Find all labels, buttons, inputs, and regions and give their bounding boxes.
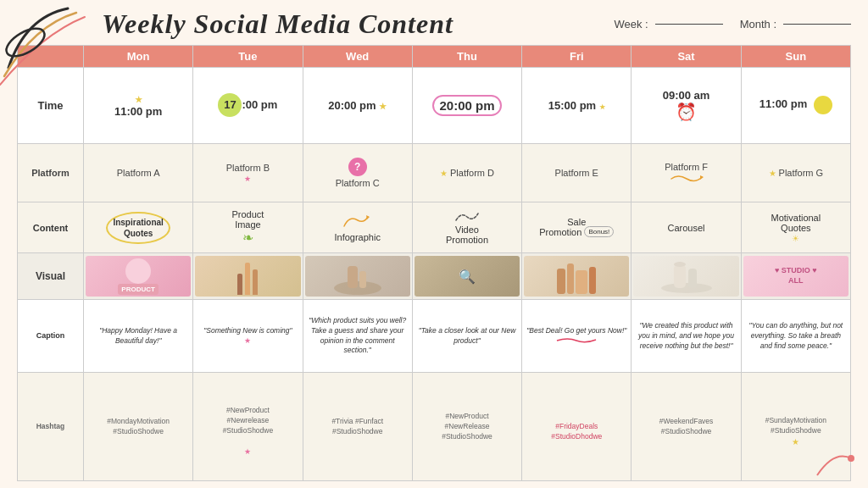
content-mon: InspirationalQuotes <box>84 202 193 253</box>
time-label: Time <box>18 68 84 144</box>
hashtag-fri: #FridayDeals #StudioDhodwe <box>522 373 632 481</box>
week-label: Week : <box>614 18 722 30</box>
platform-label: Platform <box>18 143 84 202</box>
visual-row: Visual PRODUCT <box>18 253 851 300</box>
visual-tue <box>193 253 303 300</box>
time-thu: 20:00 pm <box>412 68 521 144</box>
page-title: Weekly Social Media Content <box>102 8 453 40</box>
week-month-area: Week : Month : <box>614 18 851 30</box>
caption-sun: "You can do anything, but not everything… <box>741 300 850 373</box>
visual-sun-image: ♥ STUDIO ♥ALL <box>743 256 849 297</box>
caption-sat: "We created this product with you in min… <box>632 300 741 373</box>
time-row: Time ★ 11:00 pm 17:00 pm 20:00 pm ★ 20:0… <box>18 68 851 144</box>
caption-fri: "Best Deal! Go get yours Now!" <box>522 300 632 373</box>
visual-thu: 🔍 <box>412 253 521 300</box>
hashtag-tue: #NewProduct #Newrelease #StudioShodwe ★ <box>193 373 303 481</box>
hashtag-wed: #Trivia #Funfact #StudioShodwe <box>303 373 412 481</box>
caption-row: Caption "Happy Monday! Have a Beautiful … <box>18 300 851 373</box>
caption-tue: "Something New is coming" ★ <box>193 300 303 373</box>
content-tue: Product Image ❧ <box>193 202 303 253</box>
header-thu: Thu <box>412 46 521 68</box>
time-mon: ★ 11:00 pm <box>84 68 193 144</box>
underline-decoration <box>555 336 598 343</box>
content-fri: Sale Promotion Bonus! <box>522 202 632 253</box>
platform-tue: Platform B ★ <box>193 143 303 202</box>
header-fri: Fri <box>522 46 632 68</box>
arrow-swirl <box>342 214 372 230</box>
video-decoration <box>454 210 480 223</box>
inspirational-quotes-badge: InspirationalQuotes <box>106 212 170 244</box>
visual-wed <box>303 253 412 300</box>
header-empty <box>18 46 84 68</box>
platform-wed: ? Platform C <box>303 143 412 202</box>
caption-mon: "Happy Monday! Have a Beautiful day!" <box>84 300 193 373</box>
bonus-badge: Bonus! <box>584 226 614 237</box>
header-sun: Sun <box>741 46 850 68</box>
caption-wed: "Which product suits you well? Take a gu… <box>303 300 412 373</box>
time-tue: 17:00 pm <box>193 68 303 144</box>
arrow-decoration <box>670 172 704 182</box>
svg-point-7 <box>661 283 712 293</box>
content-wed: Infographic <box>303 202 412 253</box>
visual-mon-image: PRODUCT <box>86 256 191 297</box>
svg-rect-9 <box>688 269 697 288</box>
svg-marker-2 <box>700 175 704 180</box>
content-table: Mon Tue Wed Thu Fri Sat Sun Time ★ 11:00… <box>17 45 851 481</box>
header-tue: Tue <box>193 46 303 68</box>
header-row: Mon Tue Wed Thu Fri Sat Sun <box>18 46 851 68</box>
caption-label: Caption <box>18 300 84 373</box>
time-wed: 20:00 pm ★ <box>303 68 412 144</box>
platform-sun: ★ Platform G <box>741 143 850 202</box>
visual-fri-image <box>524 256 629 297</box>
header-area: Weekly Social Media Content Week : Month… <box>17 8 851 40</box>
visual-tue-image <box>195 256 300 297</box>
time-sat: 09:00 am ⏰ <box>632 68 741 144</box>
content-row: Content InspirationalQuotes Product Imag… <box>18 202 851 253</box>
visual-wed-image <box>305 256 410 297</box>
hashtag-mon: #MondayMotivation #StudioShodwe <box>84 373 193 481</box>
content-label: Content <box>18 202 84 253</box>
alarm-icon: ⏰ <box>676 103 697 121</box>
platform-thu: ★ Platform D <box>412 143 521 202</box>
hashtag-sat: #WeekendFaves #StudioShodwe <box>632 373 741 481</box>
thu-time-highlight: 20:00 pm <box>432 95 501 116</box>
svg-rect-8 <box>674 264 686 288</box>
svg-point-10 <box>674 262 686 267</box>
hashtag-row: Hashtag #MondayMotivation #StudioShodwe … <box>18 373 851 481</box>
header-wed: Wed <box>303 46 412 68</box>
visual-sun: ♥ STUDIO ♥ALL <box>741 253 850 300</box>
visual-mon: PRODUCT <box>84 253 193 300</box>
magnify-icon: 🔍 <box>459 269 476 285</box>
hashtag-label: Hashtag <box>18 373 84 481</box>
caption-thu: "Take a closer look at our New product" <box>412 300 521 373</box>
hashtag-thu: #NewProduct #NewRelease #StudioShodwe <box>412 373 521 481</box>
content-thu: Video Promotion <box>412 202 521 253</box>
time-fri: 15:00 pm ★ <box>522 68 632 144</box>
page-container: Weekly Social Media Content Week : Month… <box>0 0 868 488</box>
hashtag-sun: #SundayMotivation #StudioShodwe ★ <box>741 373 850 481</box>
month-label: Month : <box>740 18 851 30</box>
header-mon: Mon <box>84 46 193 68</box>
sun-yellow-dot <box>814 96 832 114</box>
platform-sat: Platform F <box>632 143 741 202</box>
visual-fri <box>522 253 632 300</box>
swirl-decoration: ❧ <box>242 230 253 245</box>
visual-sat-image <box>633 256 738 297</box>
platform-mon: Platform A <box>84 143 193 202</box>
platform-row: Platform Platform A Platform B ★ ? Platf… <box>18 143 851 202</box>
content-sun: Motivational Quotes ☀ <box>741 202 850 253</box>
visual-sat <box>632 253 741 300</box>
visual-thu-image: 🔍 <box>415 256 520 297</box>
visual-label: Visual <box>18 253 84 300</box>
content-sat: Carousel <box>632 202 741 253</box>
question-icon: ? <box>348 158 367 176</box>
svg-rect-5 <box>348 266 358 288</box>
header-sat: Sat <box>632 46 741 68</box>
svg-rect-6 <box>359 271 366 288</box>
platform-fri: Platform E <box>522 143 632 202</box>
time-sun: 11:00 pm <box>741 68 850 144</box>
tue-time-circle: 17 <box>218 93 242 117</box>
